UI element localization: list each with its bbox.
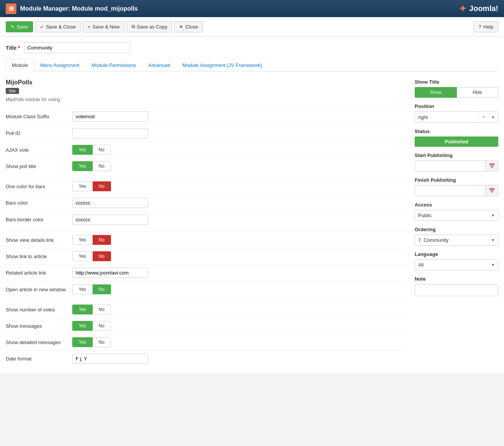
save-button[interactable]: ✎ Save — [6, 21, 33, 32]
help-button[interactable]: ? Help — [474, 21, 498, 32]
position-clear-icon[interactable]: × — [479, 112, 488, 122]
ordering-value: 7. Community — [415, 235, 488, 245]
required-marker: * — [18, 45, 20, 51]
yesno-show-messages: Yes No — [72, 321, 111, 331]
ordering-select[interactable]: 7. Community ▼ — [415, 235, 498, 246]
status-label: Status — [415, 129, 498, 134]
show-title-hide-btn[interactable]: Hide — [457, 87, 499, 98]
access-select[interactable]: Public ▼ — [415, 210, 498, 221]
header-title-area: ⊞ Module Manager: Module mod_mijopolls — [6, 3, 138, 14]
show-view-details-link-yes[interactable]: Yes — [72, 235, 93, 245]
form-row-show-detailed-messages: Show detailed messages Yes No — [6, 334, 407, 350]
show-title-show-btn[interactable]: Show — [415, 87, 457, 98]
label-ajax-vote: AJAX vote — [6, 147, 67, 153]
label-one-color-bars: One color for bars — [6, 184, 67, 189]
tab-advanced[interactable]: Advanced — [142, 59, 176, 71]
calendar-icon-finish[interactable]: 📅 — [485, 186, 498, 196]
show-messages-yes[interactable]: Yes — [72, 321, 93, 331]
save-close-button[interactable]: ✓ Save & Close — [35, 21, 81, 32]
tab-module-permissions[interactable]: Module Permissions — [86, 59, 142, 71]
label-show-detailed-messages: Show detailed messages — [6, 340, 67, 345]
form-row-bars-color: Bars color — [6, 194, 407, 211]
position-value: right — [415, 112, 479, 122]
show-number-votes-no[interactable]: No — [93, 305, 111, 314]
position-label: Position — [415, 103, 498, 109]
one-color-bars-yes[interactable]: Yes — [72, 181, 93, 191]
open-article-new-window-yes[interactable]: Yes — [72, 284, 93, 294]
form-row-poll-id: Poll ID — [6, 125, 407, 141]
save-new-button[interactable]: + Save & New — [82, 21, 124, 32]
position-select[interactable]: right × ▼ — [415, 111, 498, 123]
form-row-date-format: Date format — [6, 350, 407, 367]
finish-publishing-label: Finish Publishing — [415, 177, 498, 183]
title-input[interactable] — [24, 42, 130, 53]
calendar-icon-start[interactable]: 📅 — [485, 161, 498, 171]
access-label: Access — [415, 202, 498, 208]
close-button[interactable]: ✕ Close — [174, 21, 203, 32]
show-poll-title-yes[interactable]: Yes — [72, 161, 93, 171]
show-link-to-article-yes[interactable]: Yes — [72, 251, 93, 261]
label-module-class-suffix: Module Class Suffix — [6, 114, 67, 119]
joomla-text: Joomla! — [469, 4, 498, 13]
start-publishing-label: Start Publishing — [415, 152, 498, 158]
show-detailed-messages-yes[interactable]: Yes — [72, 337, 93, 347]
ajax-vote-no[interactable]: No — [93, 145, 111, 155]
ordering-dropdown-icon[interactable]: ▼ — [488, 236, 498, 244]
input-module-class-suffix[interactable] — [72, 111, 148, 122]
show-poll-title-no[interactable]: No — [93, 161, 111, 171]
yesno-show-link-to-article: Yes No — [72, 251, 111, 261]
plus-icon: + — [87, 24, 90, 30]
section-finish-publishing: Finish Publishing 📅 — [415, 177, 498, 196]
form-row-show-view-details-link: Show view details link Yes No — [6, 232, 407, 248]
show-link-to-article-no[interactable]: No — [93, 251, 111, 261]
status-value: Published — [415, 136, 498, 147]
form-row-related-article-link: Related article link — [6, 264, 407, 281]
header: ⊞ Module Manager: Module mod_mijopolls ✦… — [0, 0, 504, 17]
access-dropdown-icon[interactable]: ▼ — [488, 211, 498, 220]
checkmark-icon: ✓ — [40, 24, 44, 30]
tab-module[interactable]: Module — [6, 59, 34, 71]
tab-menu-assignment[interactable]: Menu Assignment — [34, 59, 86, 71]
yesno-ajax-vote: Yes No — [72, 145, 111, 155]
section-show-title: Show Title Show Hide — [415, 79, 498, 98]
module-name: MijoPolls — [6, 79, 407, 86]
content-wrapper: MijoPolls Site MijoPolls module for voti… — [6, 79, 498, 367]
input-bars-border-color[interactable] — [72, 214, 148, 225]
input-poll-id[interactable] — [72, 128, 148, 138]
yesno-show-view-details-link: Yes No — [72, 235, 111, 245]
tab-module-assignment-jv[interactable]: Module Assignment (JV Framework) — [176, 59, 268, 71]
access-value: Public — [415, 210, 488, 221]
show-number-votes-yes[interactable]: Yes — [72, 305, 93, 314]
label-show-link-to-article: Show link to article — [6, 254, 67, 259]
finish-publishing-input[interactable] — [415, 186, 485, 196]
copy-icon: ⧉ — [132, 24, 135, 30]
note-input[interactable] — [415, 284, 498, 296]
input-related-article-link[interactable] — [72, 268, 148, 278]
ajax-vote-yes[interactable]: Yes — [72, 145, 93, 155]
save-copy-button[interactable]: ⧉ Save as Copy — [127, 21, 173, 32]
label-bars-border-color: Bars border color — [6, 217, 67, 222]
show-view-details-link-no[interactable]: No — [93, 235, 111, 245]
position-dropdown-icon[interactable]: ▼ — [488, 113, 498, 122]
form-row-module-class-suffix: Module Class Suffix — [6, 108, 407, 125]
finish-publishing-date-wrapper: 📅 — [415, 185, 498, 196]
joomla-star-icon: ✦ — [458, 2, 467, 15]
form-row-ajax-vote: AJAX vote Yes No — [6, 141, 407, 158]
close-icon: ✕ — [179, 24, 183, 30]
left-column: MijoPolls Site MijoPolls module for voti… — [6, 79, 407, 367]
language-dropdown-icon[interactable]: ▼ — [488, 260, 498, 269]
show-detailed-messages-no[interactable]: No — [93, 337, 111, 347]
one-color-bars-no[interactable]: No — [93, 181, 111, 191]
show-messages-no[interactable]: No — [93, 321, 111, 331]
start-publishing-input[interactable] — [415, 161, 485, 171]
open-article-new-window-no[interactable]: No — [93, 284, 111, 294]
section-status: Status Published — [415, 129, 498, 147]
form-row-show-link-to-article: Show link to article Yes No — [6, 248, 407, 264]
language-select[interactable]: All ▼ — [415, 259, 498, 270]
input-bars-color[interactable] — [72, 198, 148, 208]
form-row-show-poll-title: Show poll title Yes No — [6, 158, 407, 174]
input-date-format[interactable] — [72, 354, 148, 364]
form-row-one-color-bars: One color for bars Yes No — [6, 178, 407, 194]
section-language: Language All ▼ — [415, 251, 498, 270]
form-row-open-article-new-window: Open article in new window Yes No — [6, 281, 407, 297]
